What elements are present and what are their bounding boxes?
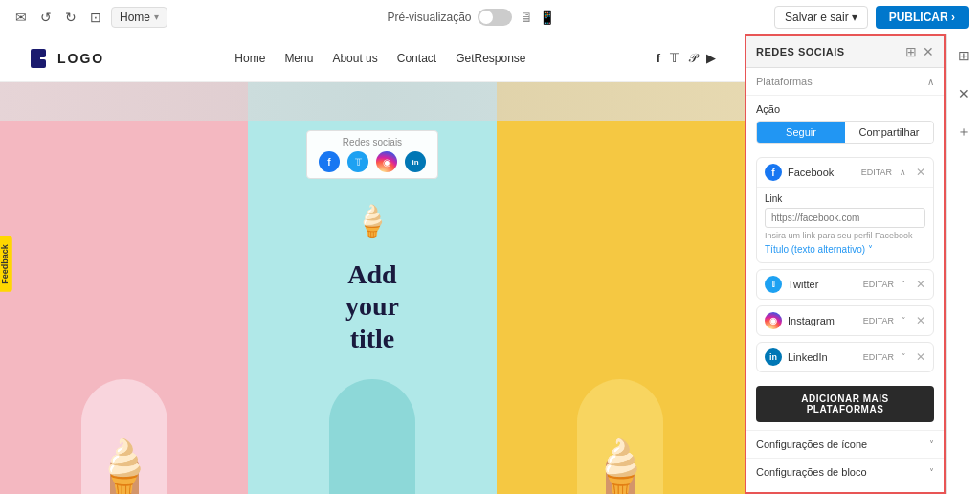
sw-linkedin-icon[interactable]: in	[405, 151, 426, 172]
publish-button[interactable]: PUBLICAR ›	[876, 6, 969, 29]
home-label: Home	[120, 11, 150, 24]
nav-menu[interactable]: Menu	[284, 52, 313, 65]
facebook-close-icon[interactable]: ✕	[916, 166, 925, 179]
panel-grid-icon[interactable]: ⊞	[905, 44, 917, 59]
facebook-chevron-icon[interactable]: ∧	[900, 168, 906, 177]
follow-button[interactable]: Seguir	[757, 122, 845, 143]
logo-icon	[29, 47, 52, 70]
save-exit-button[interactable]: Salvar e sair ▾	[774, 6, 868, 29]
redo-icon[interactable]: ↻	[61, 8, 80, 27]
right-panel: REDES SOCIAIS ⊞ ✕ Plataformas ∧ Ação Seg…	[745, 34, 946, 494]
sw-facebook-icon[interactable]: f	[319, 151, 340, 172]
arch-blue	[329, 379, 415, 494]
save-icon[interactable]: ⊡	[86, 8, 105, 27]
platform-item-facebook: f Facebook EDITAR ∧ ✕ Link Insira um lin…	[756, 157, 934, 263]
main-layout: Feedback LOGO Home Menu About u	[0, 34, 980, 494]
add-icon[interactable]: ✕	[950, 80, 977, 107]
action-toggle: Seguir Compartilhar	[756, 121, 934, 144]
panel-close-icon[interactable]: ✕	[923, 44, 934, 59]
linkedin-edit-button[interactable]: EDITAR	[863, 352, 894, 362]
linkedin-close-icon[interactable]: ✕	[916, 350, 925, 364]
nav-contact[interactable]: Contact	[397, 52, 436, 65]
config-icon-chevron[interactable]: ˅	[929, 439, 934, 450]
config-block-label: Configurações de bloco	[756, 466, 867, 478]
ice-col-pink-img: 🍦	[0, 82, 248, 494]
panel-header-icons: ⊞ ✕	[905, 44, 934, 59]
facebook-nav-icon[interactable]: f	[657, 51, 660, 65]
link-label: Link	[765, 193, 925, 204]
site-social-icons: f 𝕋 𝒫 ▶	[657, 51, 716, 66]
platforms-label: Plataformas	[756, 76, 813, 87]
social-widget-overlay: Redes sociais f 𝕋 ◉ in	[306, 130, 438, 179]
platforms-section[interactable]: Plataformas ∧	[746, 68, 944, 96]
plus-icon[interactable]: ＋	[950, 119, 977, 146]
nav-about[interactable]: About us	[332, 52, 377, 65]
facebook-link-input[interactable]	[765, 208, 925, 228]
platform-item-twitter: 𝕋 Twitter EDITAR ˅ ✕	[756, 269, 934, 300]
pinterest-nav-icon[interactable]: 𝒫	[688, 51, 697, 66]
social-widget-title: Redes sociais	[343, 137, 402, 147]
facebook-platform-name: Facebook	[788, 167, 856, 178]
canvas-area: Feedback LOGO Home Menu About u	[0, 34, 745, 494]
platforms-chevron-icon[interactable]: ∧	[927, 77, 934, 87]
site-nav: Home Menu About us Contact GetResponse	[143, 52, 617, 65]
facebook-edit-button[interactable]: EDITAR	[861, 168, 892, 177]
youtube-nav-icon[interactable]: ▶	[706, 51, 716, 65]
desktop-icon[interactable]: 🖥	[520, 10, 533, 25]
undo-icon[interactable]: ↺	[36, 8, 56, 27]
linkedin-platform-icon: in	[765, 348, 782, 366]
preview-toggle[interactable]	[478, 9, 512, 26]
email-icon[interactable]: ✉	[11, 8, 31, 27]
add-platforms-button[interactable]: ADICIONAR MAIS PLATAFORMAS	[756, 386, 934, 422]
social-widget-icons: f 𝕋 ◉ in	[319, 151, 426, 172]
ice-cream-outline-icon: 🍦	[353, 203, 391, 239]
feedback-tab[interactable]: Feedback	[0, 236, 12, 292]
twitter-platform-name: Twitter	[788, 279, 858, 290]
link-alt[interactable]: Título (texto alternativo) ˅	[765, 244, 925, 255]
sw-instagram-icon[interactable]: ◉	[376, 151, 397, 172]
nav-getresponse[interactable]: GetResponse	[456, 52, 525, 65]
site-hero: Redes sociais f 𝕋 ◉ in	[0, 82, 745, 494]
instagram-chevron-icon[interactable]: ˅	[902, 316, 906, 326]
config-block-chevron[interactable]: ˅	[929, 467, 934, 478]
home-button[interactable]: Home ▾	[111, 7, 167, 28]
ice-cone-yellow: 🍦	[588, 437, 654, 494]
save-exit-label: Salvar e sair	[785, 11, 849, 24]
svg-rect-1	[36, 49, 46, 57]
preview-label: Pré-visualização	[387, 11, 471, 24]
ice-cone-pink: 🍦	[91, 437, 157, 494]
home-chevron-icon: ▾	[154, 11, 159, 22]
twitter-close-icon[interactable]: ✕	[916, 278, 925, 291]
share-button[interactable]: Compartilhar	[845, 122, 933, 143]
panel-title: REDES SOCIAIS	[756, 46, 845, 57]
twitter-edit-button[interactable]: EDITAR	[863, 280, 894, 289]
site-logo: LOGO	[29, 47, 104, 70]
platform-item-instagram: ◉ Instagram EDITAR ˅ ✕	[756, 305, 934, 336]
panel-body: Plataformas ∧ Ação Seguir Compartilhar f…	[746, 68, 944, 492]
platform-item-twitter-header: 𝕋 Twitter EDITAR ˅ ✕	[757, 270, 933, 299]
linkedin-chevron-icon[interactable]: ˅	[902, 352, 906, 362]
config-icon-section[interactable]: Configurações de ícone ˅	[746, 430, 944, 458]
layers-icon[interactable]: ⊞	[950, 42, 977, 69]
instagram-edit-button[interactable]: EDITAR	[863, 316, 894, 326]
top-bar: ✉ ↺ ↻ ⊡ Home ▾ Pré-visualização 🖥 📱 Salv…	[0, 0, 980, 34]
mobile-icon[interactable]: 📱	[539, 10, 555, 25]
toggle-knob	[479, 11, 493, 24]
marble-bg	[0, 82, 745, 121]
twitter-nav-icon[interactable]: 𝕋	[670, 51, 679, 65]
panel-header: REDES SOCIAIS ⊞ ✕	[746, 36, 944, 68]
twitter-chevron-icon[interactable]: ˅	[902, 280, 906, 289]
platform-item-linkedin-header: in LinkedIn EDITAR ˅ ✕	[757, 343, 933, 371]
top-bar-center: Pré-visualização 🖥 📱	[175, 9, 767, 26]
top-bar-left: ✉ ↺ ↻ ⊡ Home ▾	[11, 7, 167, 28]
nav-home[interactable]: Home	[234, 52, 265, 65]
preview-toggle-wrap: Pré-visualização	[387, 9, 511, 26]
config-block-section[interactable]: Configurações de bloco ˅	[746, 458, 944, 485]
logo-text: LOGO	[57, 51, 104, 66]
platform-item-instagram-header: ◉ Instagram EDITAR ˅ ✕	[757, 306, 933, 335]
website-preview: LOGO Home Menu About us Contact GetRespo…	[0, 34, 745, 494]
instagram-close-icon[interactable]: ✕	[916, 314, 925, 327]
sw-twitter-icon[interactable]: 𝕋	[347, 151, 368, 172]
action-label: Ação	[756, 103, 934, 115]
site-header: LOGO Home Menu About us Contact GetRespo…	[0, 34, 745, 82]
